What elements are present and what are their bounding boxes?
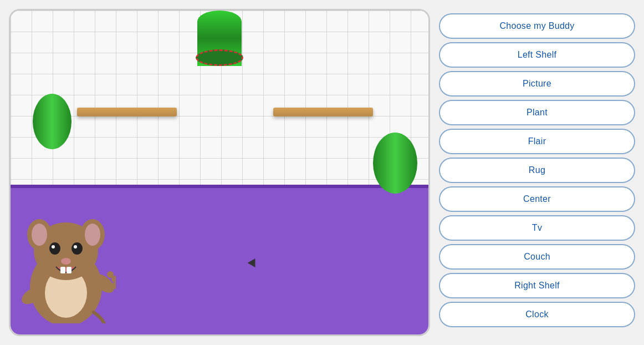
menu-btn-rug[interactable]: Rug — [439, 158, 635, 183]
svg-point-9 — [52, 245, 55, 248]
left-shelf-item — [77, 108, 177, 116]
rat-character — [16, 201, 116, 323]
sidebar: Choose my BuddyLeft ShelfPicturePlantFla… — [439, 9, 635, 327]
svg-rect-13 — [67, 267, 71, 273]
menu-btn-left-shelf[interactable]: Left Shelf — [439, 42, 635, 68]
svg-point-8 — [71, 242, 83, 255]
right-tube — [373, 133, 417, 194]
menu-btn-tv[interactable]: Tv — [439, 215, 635, 241]
menu-btn-couch[interactable]: Couch — [439, 244, 635, 270]
top-tube — [197, 11, 242, 66]
game-area — [9, 9, 430, 336]
menu-btn-plant[interactable]: Plant — [439, 100, 635, 125]
menu-btn-flair[interactable]: Flair — [439, 129, 635, 154]
svg-point-10 — [74, 245, 77, 248]
menu-btn-picture[interactable]: Picture — [439, 71, 635, 97]
svg-point-6 — [85, 224, 100, 246]
svg-rect-12 — [60, 267, 65, 273]
svg-point-11 — [61, 258, 71, 265]
main-container: Choose my BuddyLeft ShelfPicturePlantFla… — [0, 0, 644, 345]
menu-btn-clock[interactable]: Clock — [439, 302, 635, 327]
menu-btn-right-shelf[interactable]: Right Shelf — [439, 273, 635, 298]
left-tube — [33, 94, 71, 149]
svg-point-7 — [49, 242, 60, 255]
right-shelf-item — [273, 108, 373, 116]
svg-point-4 — [32, 224, 47, 246]
menu-btn-choose-buddy[interactable]: Choose my Buddy — [439, 13, 635, 39]
menu-btn-center[interactable]: Center — [439, 186, 635, 212]
